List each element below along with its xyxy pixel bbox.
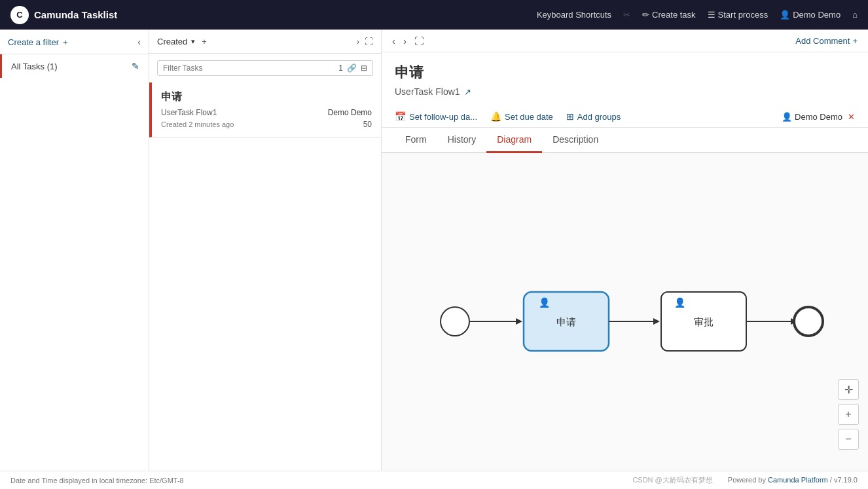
edit-filter-icon[interactable]: ✎ bbox=[132, 61, 139, 71]
due-date-icon: 🔔 bbox=[490, 111, 501, 122]
link-filter-icon[interactable]: 🔗 bbox=[347, 63, 357, 73]
nav-actions: Keyboard Shortcuts ✂ ✏ Create task ☰ Sta… bbox=[537, 10, 858, 20]
task-detail-subtitle: UserTask Flow1 ↗ bbox=[395, 86, 855, 97]
zoom-in-button[interactable]: + bbox=[838, 404, 859, 425]
user-menu[interactable]: 👤 Demo Demo bbox=[780, 10, 841, 20]
app-title: Camunda Tasklist bbox=[34, 9, 117, 20]
followup-label: Set follow-up da... bbox=[409, 112, 477, 122]
start-event bbox=[441, 307, 469, 336]
top-nav: C Camunda Tasklist Keyboard Shortcuts ✂ … bbox=[0, 0, 868, 30]
add-comment-label: Add Comment bbox=[795, 36, 850, 46]
column-filter-icon[interactable]: ⊟ bbox=[361, 63, 367, 73]
task-score: 50 bbox=[363, 120, 372, 129]
task-card-bottom: Created 2 minutes ago 50 bbox=[161, 120, 372, 129]
assigned-user-icon: 👤 bbox=[782, 112, 792, 122]
task-detail-title: 申请 bbox=[395, 63, 855, 82]
tab-history[interactable]: History bbox=[437, 128, 487, 153]
add-comment-plus: + bbox=[852, 36, 858, 46]
powered-by: CSDN @大龄码农有梦想 Powered by Camunda Platfor… bbox=[632, 475, 858, 485]
right-top-icons: ‹ › ⛶ bbox=[392, 35, 424, 46]
main-layout: Create a filter + ‹ All Tasks (1) ✎ Crea… bbox=[0, 30, 868, 489]
add-groups-label: Add groups bbox=[577, 112, 621, 122]
task-detail-header: 申请 UserTask Flow1 ↗ bbox=[382, 52, 868, 106]
filter-tasks-input[interactable] bbox=[163, 63, 335, 73]
logo: C Camunda Tasklist bbox=[10, 6, 117, 24]
camunda-platform-link[interactable]: Camunda Platform bbox=[768, 476, 828, 484]
tab-diagram[interactable]: Diagram bbox=[486, 128, 542, 153]
tab-bar: Form History Diagram Description bbox=[382, 128, 868, 153]
task-card[interactable]: 申请 UserTask Flow1 Demo Demo Created 2 mi… bbox=[149, 82, 381, 137]
action-bar: 📅 Set follow-up da... 🔔 Set due date ⊞ A… bbox=[382, 106, 868, 128]
create-filter-plus: + bbox=[63, 37, 68, 47]
all-tasks-item[interactable]: All Tasks (1) ✎ bbox=[0, 54, 149, 78]
start-process-icon: ☰ bbox=[708, 10, 715, 20]
external-link-icon[interactable]: ↗ bbox=[464, 87, 471, 97]
pan-button[interactable]: ✛ bbox=[838, 379, 859, 400]
create-filter-button[interactable]: Create a filter + bbox=[8, 37, 68, 47]
add-filter-plus[interactable]: + bbox=[202, 37, 207, 46]
filter-search-container: 1 🔗 ⊟ bbox=[157, 60, 373, 76]
create-filter-label: Create a filter bbox=[8, 37, 59, 47]
watermark: CSDN @大龄码农有梦想 bbox=[632, 476, 712, 484]
task-user: Demo Demo bbox=[328, 108, 372, 117]
diagram-controls: ✛ + − bbox=[838, 379, 859, 450]
right-top-bar: ‹ › ⛶ Add Comment + bbox=[382, 30, 868, 52]
expand-task-button[interactable]: ⛶ bbox=[414, 35, 424, 46]
prev-task-button[interactable]: ‹ bbox=[392, 35, 395, 46]
assigned-user: 👤 Demo Demo ✕ bbox=[782, 112, 855, 122]
start-process-button[interactable]: ☰ Start process bbox=[708, 10, 769, 20]
user-icon: 👤 bbox=[780, 10, 790, 20]
collapse-panel-button[interactable]: › bbox=[357, 37, 359, 46]
right-panel: ‹ › ⛶ Add Comment + 申请 UserTask Flow1 ↗ … bbox=[382, 30, 868, 489]
sort-selector[interactable]: Created ▾ + bbox=[157, 37, 207, 46]
set-due-date-button[interactable]: 🔔 Set due date bbox=[490, 111, 553, 122]
task-card-sub: UserTask Flow1 Demo Demo bbox=[161, 108, 372, 117]
task-title: 申请 bbox=[161, 90, 372, 104]
add-comment-button[interactable]: Add Comment + bbox=[795, 36, 858, 46]
assigned-user-name: Demo Demo bbox=[795, 112, 842, 122]
bpmn-diagram: 👤 申请 👤 审批 bbox=[396, 223, 854, 420]
left-sidebar: Create a filter + ‹ All Tasks (1) ✎ bbox=[0, 30, 149, 489]
svg-text:👤: 👤 bbox=[539, 297, 551, 308]
add-groups-button[interactable]: ⊞ Add groups bbox=[566, 111, 621, 122]
tab-description[interactable]: Description bbox=[542, 128, 609, 153]
add-groups-icon: ⊞ bbox=[566, 111, 574, 122]
task-time: Created 2 minutes ago bbox=[161, 120, 234, 128]
filter-count: 1 bbox=[338, 63, 343, 73]
diagram-area: 👤 申请 👤 审批 ✛ + bbox=[382, 153, 868, 489]
apply-task-label: 申请 bbox=[556, 316, 576, 327]
task-subtitle-text: UserTask Flow1 bbox=[395, 86, 460, 97]
timezone-info: Date and Time displayed in local timezon… bbox=[10, 477, 184, 484]
middle-panel: Created ▾ + › ⛶ 1 🔗 ⊟ 申请 UserTask Flow1 … bbox=[149, 30, 382, 489]
next-task-button[interactable]: › bbox=[403, 35, 407, 46]
svg-text:👤: 👤 bbox=[674, 297, 686, 308]
approve-task-label: 审批 bbox=[694, 316, 714, 327]
sidebar-header: Create a filter + ‹ bbox=[0, 30, 149, 54]
middle-header: Created ▾ + › ⛶ bbox=[149, 30, 381, 54]
svg-marker-2 bbox=[653, 318, 660, 325]
zoom-out-button[interactable]: − bbox=[838, 429, 859, 450]
followup-icon: 📅 bbox=[395, 111, 406, 122]
logo-circle: C bbox=[10, 6, 29, 24]
task-flow: UserTask Flow1 bbox=[161, 108, 217, 117]
svg-marker-0 bbox=[516, 318, 522, 325]
create-task-icon: ✏ bbox=[642, 10, 649, 20]
create-task-button[interactable]: ✏ Create task bbox=[642, 10, 695, 20]
remove-user-button[interactable]: ✕ bbox=[848, 112, 855, 122]
sidebar-collapse-button[interactable]: ‹ bbox=[137, 37, 141, 47]
keyboard-shortcuts-link[interactable]: Keyboard Shortcuts bbox=[537, 10, 611, 20]
sort-chevron: ▾ bbox=[191, 37, 195, 46]
tab-form[interactable]: Form bbox=[395, 128, 437, 153]
middle-header-right: › ⛶ bbox=[357, 37, 373, 46]
all-tasks-label: All Tasks (1) bbox=[11, 62, 58, 71]
sort-label: Created bbox=[157, 37, 187, 46]
bottom-bar: Date and Time displayed in local timezon… bbox=[0, 471, 868, 489]
set-followup-button[interactable]: 📅 Set follow-up da... bbox=[395, 111, 477, 122]
expand-panel-button[interactable]: ⛶ bbox=[365, 37, 373, 46]
due-date-label: Set due date bbox=[505, 112, 553, 122]
home-button[interactable]: ⌂ bbox=[852, 10, 858, 20]
end-event bbox=[794, 307, 823, 336]
